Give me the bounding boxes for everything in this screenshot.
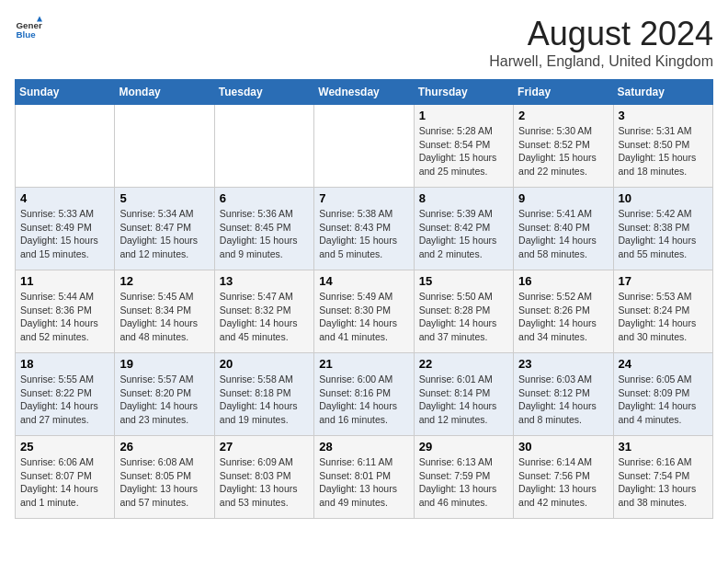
- day-info: Sunrise: 6:13 AM Sunset: 7:59 PM Dayligh…: [419, 455, 508, 510]
- day-number: 27: [220, 440, 309, 454]
- calendar-cell: 14Sunrise: 5:49 AM Sunset: 8:30 PM Dayli…: [314, 270, 414, 353]
- logo-icon: General Blue: [15, 15, 42, 42]
- header-sunday: Sunday: [16, 80, 115, 105]
- day-number: 20: [220, 357, 309, 371]
- day-info: Sunrise: 5:53 AM Sunset: 8:24 PM Dayligh…: [619, 290, 708, 344]
- day-number: 4: [20, 191, 109, 205]
- day-number: 26: [119, 440, 209, 454]
- day-number: 9: [518, 191, 608, 205]
- calendar-cell: [314, 105, 414, 188]
- week-row-1: 1Sunrise: 5:28 AM Sunset: 8:54 PM Daylig…: [16, 105, 713, 188]
- calendar-cell: 6Sunrise: 5:36 AM Sunset: 8:45 PM Daylig…: [214, 188, 313, 270]
- calendar-cell: 18Sunrise: 5:55 AM Sunset: 8:22 PM Dayli…: [16, 353, 115, 436]
- day-number: 10: [619, 191, 708, 205]
- day-info: Sunrise: 6:00 AM Sunset: 8:16 PM Dayligh…: [319, 373, 408, 427]
- calendar-cell: 13Sunrise: 5:47 AM Sunset: 8:32 PM Dayli…: [214, 270, 313, 353]
- day-number: 13: [220, 274, 309, 288]
- day-info: Sunrise: 6:06 AM Sunset: 8:07 PM Dayligh…: [20, 455, 109, 510]
- calendar-cell: [214, 105, 313, 188]
- calendar-cell: 15Sunrise: 5:50 AM Sunset: 8:28 PM Dayli…: [414, 270, 513, 353]
- day-info: Sunrise: 5:36 AM Sunset: 8:45 PM Dayligh…: [220, 207, 309, 261]
- day-info: Sunrise: 5:55 AM Sunset: 8:22 PM Dayligh…: [20, 373, 109, 427]
- day-number: 24: [619, 357, 708, 371]
- day-info: Sunrise: 5:38 AM Sunset: 8:43 PM Dayligh…: [319, 207, 408, 261]
- logo: General Blue: [15, 15, 42, 42]
- day-number: 1: [419, 109, 508, 122]
- day-number: 21: [319, 357, 408, 371]
- calendar-cell: 26Sunrise: 6:08 AM Sunset: 8:05 PM Dayli…: [115, 436, 214, 519]
- day-info: Sunrise: 5:45 AM Sunset: 8:34 PM Dayligh…: [119, 290, 209, 344]
- calendar-cell: 31Sunrise: 6:16 AM Sunset: 7:54 PM Dayli…: [613, 436, 712, 519]
- day-info: Sunrise: 5:47 AM Sunset: 8:32 PM Dayligh…: [220, 290, 309, 344]
- day-info: Sunrise: 5:50 AM Sunset: 8:28 PM Dayligh…: [419, 290, 508, 344]
- day-number: 6: [220, 191, 309, 205]
- day-number: 31: [619, 440, 708, 454]
- week-row-4: 18Sunrise: 5:55 AM Sunset: 8:22 PM Dayli…: [16, 353, 713, 436]
- header-saturday: Saturday: [613, 80, 712, 105]
- day-number: 18: [20, 357, 109, 371]
- calendar-cell: 23Sunrise: 6:03 AM Sunset: 8:12 PM Dayli…: [514, 353, 613, 436]
- calendar-cell: 1Sunrise: 5:28 AM Sunset: 8:54 PM Daylig…: [414, 105, 513, 188]
- day-number: 22: [419, 357, 508, 371]
- day-info: Sunrise: 5:39 AM Sunset: 8:42 PM Dayligh…: [419, 207, 508, 261]
- calendar-cell: 7Sunrise: 5:38 AM Sunset: 8:43 PM Daylig…: [314, 188, 414, 270]
- day-number: 7: [319, 191, 408, 205]
- day-number: 3: [619, 109, 708, 122]
- calendar-cell: [115, 105, 214, 188]
- header-wednesday: Wednesday: [314, 80, 414, 105]
- day-info: Sunrise: 6:05 AM Sunset: 8:09 PM Dayligh…: [619, 373, 708, 427]
- calendar-header-row: SundayMondayTuesdayWednesdayThursdayFrid…: [16, 80, 713, 105]
- header: General Blue August 2024 Harwell, Englan…: [15, 15, 713, 70]
- calendar-cell: 9Sunrise: 5:41 AM Sunset: 8:40 PM Daylig…: [514, 188, 613, 270]
- day-number: 29: [419, 440, 508, 454]
- day-number: 2: [518, 109, 608, 122]
- calendar-cell: 25Sunrise: 6:06 AM Sunset: 8:07 PM Dayli…: [16, 436, 115, 519]
- calendar-cell: 8Sunrise: 5:39 AM Sunset: 8:42 PM Daylig…: [414, 188, 513, 270]
- calendar-cell: 20Sunrise: 5:58 AM Sunset: 8:18 PM Dayli…: [214, 353, 313, 436]
- header-thursday: Thursday: [414, 80, 513, 105]
- calendar-cell: 24Sunrise: 6:05 AM Sunset: 8:09 PM Dayli…: [613, 353, 712, 436]
- calendar-cell: 2Sunrise: 5:30 AM Sunset: 8:52 PM Daylig…: [514, 105, 613, 188]
- day-number: 5: [119, 191, 209, 205]
- svg-text:Blue: Blue: [17, 29, 37, 40]
- calendar-cell: 17Sunrise: 5:53 AM Sunset: 8:24 PM Dayli…: [613, 270, 712, 353]
- calendar-cell: 10Sunrise: 5:42 AM Sunset: 8:38 PM Dayli…: [613, 188, 712, 270]
- calendar-cell: 11Sunrise: 5:44 AM Sunset: 8:36 PM Dayli…: [16, 270, 115, 353]
- week-row-3: 11Sunrise: 5:44 AM Sunset: 8:36 PM Dayli…: [16, 270, 713, 353]
- day-info: Sunrise: 5:31 AM Sunset: 8:50 PM Dayligh…: [619, 124, 708, 178]
- day-number: 11: [20, 274, 109, 288]
- day-number: 14: [319, 274, 408, 288]
- day-info: Sunrise: 6:14 AM Sunset: 7:56 PM Dayligh…: [518, 455, 608, 510]
- calendar-cell: 21Sunrise: 6:00 AM Sunset: 8:16 PM Dayli…: [314, 353, 414, 436]
- week-row-5: 25Sunrise: 6:06 AM Sunset: 8:07 PM Dayli…: [16, 436, 713, 519]
- day-number: 15: [419, 274, 508, 288]
- calendar-cell: 16Sunrise: 5:52 AM Sunset: 8:26 PM Dayli…: [514, 270, 613, 353]
- day-info: Sunrise: 5:33 AM Sunset: 8:49 PM Dayligh…: [20, 207, 109, 261]
- day-info: Sunrise: 5:57 AM Sunset: 8:20 PM Dayligh…: [119, 373, 209, 427]
- calendar-table: SundayMondayTuesdayWednesdayThursdayFrid…: [15, 79, 713, 519]
- day-info: Sunrise: 6:01 AM Sunset: 8:14 PM Dayligh…: [419, 373, 508, 427]
- day-info: Sunrise: 5:41 AM Sunset: 8:40 PM Dayligh…: [518, 207, 608, 261]
- calendar-cell: 28Sunrise: 6:11 AM Sunset: 8:01 PM Dayli…: [314, 436, 414, 519]
- day-number: 30: [518, 440, 608, 454]
- calendar-cell: 4Sunrise: 5:33 AM Sunset: 8:49 PM Daylig…: [16, 188, 115, 270]
- calendar-cell: 29Sunrise: 6:13 AM Sunset: 7:59 PM Dayli…: [414, 436, 513, 519]
- header-tuesday: Tuesday: [214, 80, 313, 105]
- day-info: Sunrise: 6:11 AM Sunset: 8:01 PM Dayligh…: [319, 455, 408, 510]
- day-number: 19: [119, 357, 209, 371]
- day-info: Sunrise: 5:52 AM Sunset: 8:26 PM Dayligh…: [518, 290, 608, 344]
- main-title: August 2024: [489, 15, 713, 53]
- calendar-cell: 5Sunrise: 5:34 AM Sunset: 8:47 PM Daylig…: [115, 188, 214, 270]
- header-friday: Friday: [514, 80, 613, 105]
- calendar-cell: 30Sunrise: 6:14 AM Sunset: 7:56 PM Dayli…: [514, 436, 613, 519]
- day-number: 25: [20, 440, 109, 454]
- calendar-cell: [16, 105, 115, 188]
- day-info: Sunrise: 6:08 AM Sunset: 8:05 PM Dayligh…: [119, 455, 209, 510]
- week-row-2: 4Sunrise: 5:33 AM Sunset: 8:49 PM Daylig…: [16, 188, 713, 270]
- day-info: Sunrise: 6:09 AM Sunset: 8:03 PM Dayligh…: [220, 455, 309, 510]
- subtitle: Harwell, England, United Kingdom: [489, 53, 713, 70]
- day-number: 23: [518, 357, 608, 371]
- calendar-cell: 19Sunrise: 5:57 AM Sunset: 8:20 PM Dayli…: [115, 353, 214, 436]
- day-info: Sunrise: 6:16 AM Sunset: 7:54 PM Dayligh…: [619, 455, 708, 510]
- day-number: 17: [619, 274, 708, 288]
